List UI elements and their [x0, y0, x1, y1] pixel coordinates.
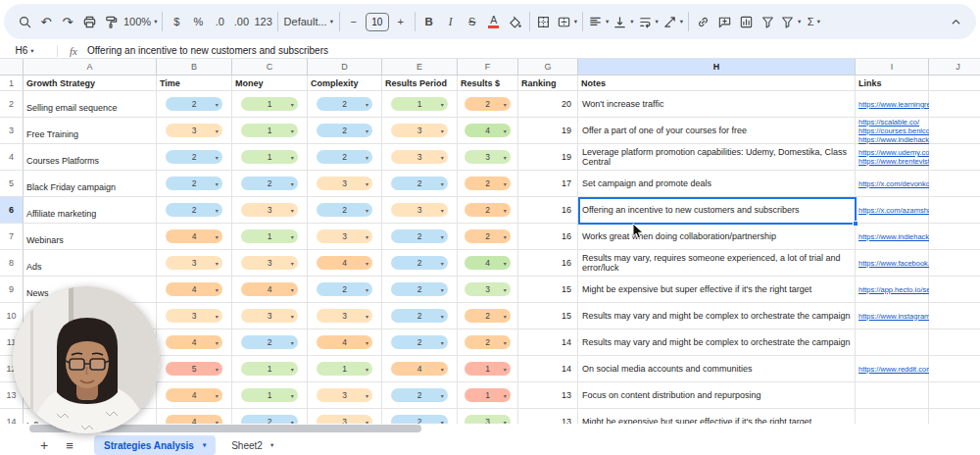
column-header-I[interactable]: I	[856, 59, 929, 75]
cell-notes[interactable]: Set campaign and promote deals	[578, 171, 856, 197]
cell-empty[interactable]	[929, 224, 980, 250]
cell-ranking[interactable]: 16	[518, 197, 578, 224]
rating-chip-dropdown[interactable]: 2▾	[166, 97, 222, 111]
rating-chip-dropdown[interactable]: 4▾	[166, 229, 222, 243]
cell-links[interactable]	[856, 329, 929, 356]
cell-rating[interactable]: 2▾	[308, 91, 382, 118]
cell-notes[interactable]: Might be expensive but super effective i…	[578, 277, 856, 303]
cell-notes[interactable]: Won't increase traffic	[578, 91, 856, 118]
cell-empty[interactable]	[929, 118, 980, 144]
cell-rating[interactable]: 1▾	[232, 382, 308, 409]
decrease-font-size-button[interactable]: −	[343, 9, 365, 34]
rating-chip-dropdown[interactable]: 3▾	[317, 415, 372, 424]
cell-rating[interactable]: 2▾	[382, 382, 458, 409]
cell-rating[interactable]: 3▾	[232, 303, 308, 329]
cell-ranking[interactable]: 16	[518, 224, 578, 250]
column-header-F[interactable]: F	[458, 59, 518, 75]
cell-links[interactable]: https://www.reddit.com/r/le	[856, 356, 929, 382]
cell-growth-strategy[interactable]: Webinars	[24, 224, 157, 250]
rating-chip-dropdown[interactable]: 2▾	[241, 335, 298, 349]
cell-ranking[interactable]: 20	[518, 91, 578, 118]
borders-button[interactable]	[533, 9, 555, 34]
rating-chip-dropdown[interactable]: 2▾	[391, 282, 448, 296]
header-cell[interactable]: Complexity	[308, 76, 382, 91]
filter-views-button[interactable]: ▾	[778, 9, 803, 34]
cell-empty[interactable]	[929, 303, 980, 329]
cell-rating[interactable]: 2▾	[157, 91, 232, 118]
header-cell[interactable]: Growth Strategy	[24, 76, 157, 91]
rating-chip-dropdown[interactable]: 2▾	[166, 150, 222, 164]
column-header-H[interactable]: H	[578, 59, 856, 75]
tab-strategies-analysis[interactable]: Strategies Analysis▾	[94, 435, 216, 455]
cell-empty[interactable]	[929, 409, 980, 424]
cell-rating[interactable]: 2▾	[458, 303, 518, 329]
row-header-6[interactable]: 6	[0, 197, 24, 224]
insert-link-button[interactable]	[692, 9, 713, 34]
row-header-14[interactable]: 14	[0, 409, 24, 424]
row-header-4[interactable]: 4	[0, 144, 24, 171]
cell-rating[interactable]: 3▾	[232, 250, 308, 277]
cell-notes[interactable]: Works great when doing collaboration/par…	[578, 224, 856, 250]
rating-chip-dropdown[interactable]: 2▾	[465, 335, 510, 349]
cell-rating[interactable]: 1▾	[232, 144, 308, 171]
cell-rating[interactable]: 4▾	[157, 409, 232, 424]
bold-button[interactable]: B	[418, 9, 440, 34]
cell-links[interactable]: https://x.com/azamsharp/st	[856, 197, 929, 224]
rating-chip-dropdown[interactable]: 3▾	[391, 150, 448, 164]
font-select[interactable]: Default...▾	[281, 9, 336, 34]
rating-chip-dropdown[interactable]: 2▾	[465, 309, 510, 323]
row-header-9[interactable]: 9	[0, 277, 24, 303]
cell-links[interactable]: https://x.com/devonko_/sta	[856, 171, 929, 197]
cell-ranking[interactable]: 16	[518, 250, 578, 277]
cell-growth-strategy[interactable]: Affiliate marketing	[24, 197, 157, 224]
rating-chip-dropdown[interactable]: 2▾	[465, 229, 510, 243]
menus-search-button[interactable]	[14, 9, 35, 34]
rating-chip-dropdown[interactable]: 4▾	[166, 388, 222, 402]
cell-rating[interactable]: 3▾	[157, 303, 232, 329]
rating-chip-dropdown[interactable]: 2▾	[391, 309, 448, 323]
column-header-A[interactable]: A	[24, 59, 157, 75]
undo-button[interactable]: ↶	[35, 9, 57, 34]
header-cell[interactable]: Results $	[458, 76, 518, 91]
rating-chip-dropdown[interactable]: 1▾	[465, 362, 510, 376]
cell-rating[interactable]: 4▾	[308, 250, 382, 277]
rating-chip-dropdown[interactable]: 1▾	[241, 388, 298, 402]
cell-rating[interactable]: 2▾	[308, 277, 382, 303]
cell-notes[interactable]: Results may vary, requires someone exper…	[578, 250, 856, 277]
cell-ranking[interactable]: 19	[518, 144, 578, 171]
cell-rating[interactable]: 2▾	[458, 171, 518, 197]
add-sheet-button[interactable]: +	[31, 437, 57, 453]
rating-chip-dropdown[interactable]: 1▾	[241, 124, 298, 137]
rating-chip-dropdown[interactable]: 4▾	[391, 362, 448, 376]
cell-rating[interactable]: 2▾	[232, 329, 308, 356]
cell-empty[interactable]	[929, 329, 980, 356]
rating-chip-dropdown[interactable]: 3▾	[317, 309, 372, 323]
header-cell[interactable]: Ranking	[518, 76, 578, 91]
cell-rating[interactable]: 4▾	[157, 277, 232, 303]
cell-rating[interactable]: 1▾	[232, 356, 308, 382]
rating-chip-dropdown[interactable]: 1▾	[241, 362, 298, 376]
rating-chip-dropdown[interactable]: 3▾	[166, 124, 222, 137]
rating-chip-dropdown[interactable]: 2▾	[241, 415, 298, 424]
strikethrough-button[interactable]: S	[462, 9, 483, 34]
decrease-decimal-button[interactable]: .0	[209, 9, 230, 34]
format-percent-button[interactable]: %	[187, 9, 209, 34]
cell-links[interactable]: https://www.instagram.com	[856, 303, 929, 329]
rating-chip-dropdown[interactable]: 5▾	[166, 362, 222, 376]
collapse-toolbar-button[interactable]	[945, 9, 966, 34]
rating-chip-dropdown[interactable]: 3▾	[241, 309, 298, 323]
cell-rating[interactable]: 4▾	[308, 329, 382, 356]
cell-rating[interactable]: 2▾	[232, 171, 308, 197]
text-rotation-button[interactable]: ▾	[661, 9, 685, 34]
rating-chip-dropdown[interactable]: 2▾	[317, 203, 372, 217]
cell-rating[interactable]: 3▾	[382, 197, 458, 224]
cell-rating[interactable]: 2▾	[308, 144, 382, 171]
cell-ranking[interactable]: 15	[518, 303, 578, 329]
row-header-2[interactable]: 2	[0, 91, 24, 118]
increase-decimal-button[interactable]: .00	[230, 9, 252, 34]
cell-rating[interactable]: 2▾	[458, 329, 518, 356]
cell-rating[interactable]: 2▾	[157, 197, 232, 224]
column-header-B[interactable]: B	[157, 59, 232, 75]
all-sheets-menu-button[interactable]: ≡	[57, 438, 82, 453]
cell-ranking[interactable]: 14	[518, 329, 578, 356]
